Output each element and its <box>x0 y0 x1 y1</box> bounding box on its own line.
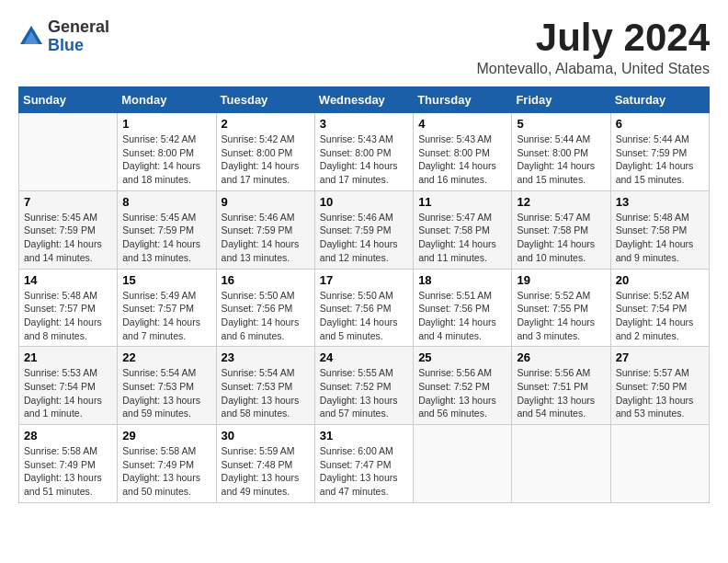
calendar-cell: 2Sunrise: 5:42 AM Sunset: 8:00 PM Daylig… <box>216 113 314 191</box>
logo: General Blue <box>18 18 109 55</box>
day-info: Sunrise: 5:53 AM Sunset: 7:54 PM Dayligh… <box>24 366 112 420</box>
day-number: 31 <box>320 429 408 442</box>
calendar-cell: 18Sunrise: 5:51 AM Sunset: 7:56 PM Dayli… <box>414 269 512 347</box>
day-info: Sunrise: 5:44 AM Sunset: 8:00 PM Dayligh… <box>517 132 605 187</box>
calendar-cell: 16Sunrise: 5:50 AM Sunset: 7:56 PM Dayli… <box>216 269 314 347</box>
day-info: Sunrise: 5:54 AM Sunset: 7:53 PM Dayligh… <box>122 366 210 420</box>
day-info: Sunrise: 5:42 AM Sunset: 8:00 PM Dayligh… <box>122 132 210 187</box>
day-number: 28 <box>24 429 112 442</box>
calendar-header-row: SundayMondayTuesdayWednesdayThursdayFrid… <box>19 87 710 113</box>
day-number: 6 <box>616 117 704 131</box>
day-info: Sunrise: 5:50 AM Sunset: 7:56 PM Dayligh… <box>222 289 310 343</box>
day-info: Sunrise: 5:56 AM Sunset: 7:52 PM Dayligh… <box>418 366 506 420</box>
day-info: Sunrise: 6:00 AM Sunset: 7:47 PM Dayligh… <box>320 444 408 499</box>
day-number: 13 <box>616 195 704 209</box>
calendar-cell: 15Sunrise: 5:49 AM Sunset: 7:57 PM Dayli… <box>118 269 216 347</box>
day-number: 27 <box>616 350 704 364</box>
calendar-cell <box>19 113 118 191</box>
day-info: Sunrise: 5:43 AM Sunset: 8:00 PM Dayligh… <box>320 132 408 187</box>
calendar-cell: 6Sunrise: 5:44 AM Sunset: 7:59 PM Daylig… <box>610 113 709 191</box>
day-info: Sunrise: 5:44 AM Sunset: 7:59 PM Dayligh… <box>616 132 704 187</box>
calendar-cell: 28Sunrise: 5:58 AM Sunset: 7:49 PM Dayli… <box>19 425 118 503</box>
calendar-cell: 17Sunrise: 5:50 AM Sunset: 7:56 PM Dayli… <box>314 269 413 347</box>
day-number: 25 <box>418 350 506 364</box>
calendar-cell: 9Sunrise: 5:46 AM Sunset: 7:59 PM Daylig… <box>216 190 314 269</box>
calendar-cell: 25Sunrise: 5:56 AM Sunset: 7:52 PM Dayli… <box>414 347 512 425</box>
calendar-week-row: 7Sunrise: 5:45 AM Sunset: 7:59 PM Daylig… <box>19 190 710 269</box>
day-number: 7 <box>24 195 112 209</box>
day-info: Sunrise: 5:48 AM Sunset: 7:58 PM Dayligh… <box>616 211 704 265</box>
day-number: 16 <box>222 273 310 287</box>
logo-general: General <box>48 18 109 37</box>
calendar-cell: 27Sunrise: 5:57 AM Sunset: 7:50 PM Dayli… <box>610 347 709 425</box>
day-number: 18 <box>418 273 506 287</box>
calendar-table: SundayMondayTuesdayWednesdayThursdayFrid… <box>18 86 710 503</box>
day-number: 23 <box>222 350 310 364</box>
calendar-cell: 1Sunrise: 5:42 AM Sunset: 8:00 PM Daylig… <box>118 113 216 191</box>
logo-text: General Blue <box>48 18 109 55</box>
day-number: 11 <box>418 195 506 209</box>
calendar-cell: 11Sunrise: 5:47 AM Sunset: 7:58 PM Dayli… <box>414 190 512 269</box>
page-header: General Blue July 2024 Montevallo, Alaba… <box>18 18 710 77</box>
day-of-week-header: Friday <box>512 87 610 113</box>
day-number: 30 <box>222 429 310 442</box>
calendar-week-row: 14Sunrise: 5:48 AM Sunset: 7:57 PM Dayli… <box>19 269 710 347</box>
calendar-cell: 31Sunrise: 6:00 AM Sunset: 7:47 PM Dayli… <box>314 425 413 503</box>
logo-blue: Blue <box>48 37 109 55</box>
day-number: 8 <box>122 195 210 209</box>
calendar-cell: 29Sunrise: 5:58 AM Sunset: 7:49 PM Dayli… <box>118 425 216 503</box>
day-of-week-header: Tuesday <box>216 87 314 113</box>
day-number: 12 <box>517 195 605 209</box>
calendar-cell: 13Sunrise: 5:48 AM Sunset: 7:58 PM Dayli… <box>610 190 709 269</box>
calendar-cell: 23Sunrise: 5:54 AM Sunset: 7:53 PM Dayli… <box>216 347 314 425</box>
calendar-cell: 26Sunrise: 5:56 AM Sunset: 7:51 PM Dayli… <box>512 347 610 425</box>
day-info: Sunrise: 5:47 AM Sunset: 7:58 PM Dayligh… <box>517 211 605 265</box>
day-number: 5 <box>517 117 605 131</box>
day-number: 22 <box>122 350 210 364</box>
calendar-cell: 19Sunrise: 5:52 AM Sunset: 7:55 PM Dayli… <box>512 269 610 347</box>
day-info: Sunrise: 5:50 AM Sunset: 7:56 PM Dayligh… <box>320 289 408 343</box>
day-of-week-header: Thursday <box>414 87 512 113</box>
day-number: 3 <box>320 117 408 131</box>
day-info: Sunrise: 5:46 AM Sunset: 7:59 PM Dayligh… <box>222 211 310 265</box>
day-of-week-header: Monday <box>118 87 216 113</box>
day-of-week-header: Sunday <box>19 87 118 113</box>
day-of-week-header: Wednesday <box>314 87 413 113</box>
day-number: 24 <box>320 350 408 364</box>
day-info: Sunrise: 5:43 AM Sunset: 8:00 PM Dayligh… <box>418 132 506 187</box>
calendar-cell <box>610 425 709 503</box>
calendar-cell: 5Sunrise: 5:44 AM Sunset: 8:00 PM Daylig… <box>512 113 610 191</box>
day-info: Sunrise: 5:59 AM Sunset: 7:48 PM Dayligh… <box>222 444 310 499</box>
day-number: 26 <box>517 350 605 364</box>
day-number: 2 <box>222 117 310 131</box>
calendar-week-row: 1Sunrise: 5:42 AM Sunset: 8:00 PM Daylig… <box>19 113 710 191</box>
day-info: Sunrise: 5:56 AM Sunset: 7:51 PM Dayligh… <box>517 366 605 420</box>
day-info: Sunrise: 5:58 AM Sunset: 7:49 PM Dayligh… <box>24 444 112 499</box>
calendar-cell: 7Sunrise: 5:45 AM Sunset: 7:59 PM Daylig… <box>19 190 118 269</box>
calendar-cell <box>414 425 512 503</box>
day-info: Sunrise: 5:51 AM Sunset: 7:56 PM Dayligh… <box>418 289 506 343</box>
calendar-cell: 24Sunrise: 5:55 AM Sunset: 7:52 PM Dayli… <box>314 347 413 425</box>
day-number: 17 <box>320 273 408 287</box>
day-number: 4 <box>418 117 506 131</box>
day-number: 14 <box>24 273 112 287</box>
day-of-week-header: Saturday <box>610 87 709 113</box>
day-info: Sunrise: 5:45 AM Sunset: 7:59 PM Dayligh… <box>122 211 210 265</box>
calendar-cell: 4Sunrise: 5:43 AM Sunset: 8:00 PM Daylig… <box>414 113 512 191</box>
day-info: Sunrise: 5:52 AM Sunset: 7:55 PM Dayligh… <box>517 289 605 343</box>
month-year-title: July 2024 <box>477 18 710 57</box>
calendar-cell: 22Sunrise: 5:54 AM Sunset: 7:53 PM Dayli… <box>118 347 216 425</box>
day-number: 1 <box>122 117 210 131</box>
calendar-cell <box>512 425 610 503</box>
logo-icon <box>18 24 44 50</box>
title-block: July 2024 Montevallo, Alabama, United St… <box>477 18 710 77</box>
day-info: Sunrise: 5:57 AM Sunset: 7:50 PM Dayligh… <box>616 366 704 420</box>
calendar-cell: 20Sunrise: 5:52 AM Sunset: 7:54 PM Dayli… <box>610 269 709 347</box>
day-info: Sunrise: 5:46 AM Sunset: 7:59 PM Dayligh… <box>320 211 408 265</box>
day-number: 9 <box>222 195 310 209</box>
day-number: 20 <box>616 273 704 287</box>
calendar-cell: 3Sunrise: 5:43 AM Sunset: 8:00 PM Daylig… <box>314 113 413 191</box>
day-number: 15 <box>122 273 210 287</box>
day-info: Sunrise: 5:55 AM Sunset: 7:52 PM Dayligh… <box>320 366 408 420</box>
calendar-cell: 30Sunrise: 5:59 AM Sunset: 7:48 PM Dayli… <box>216 425 314 503</box>
